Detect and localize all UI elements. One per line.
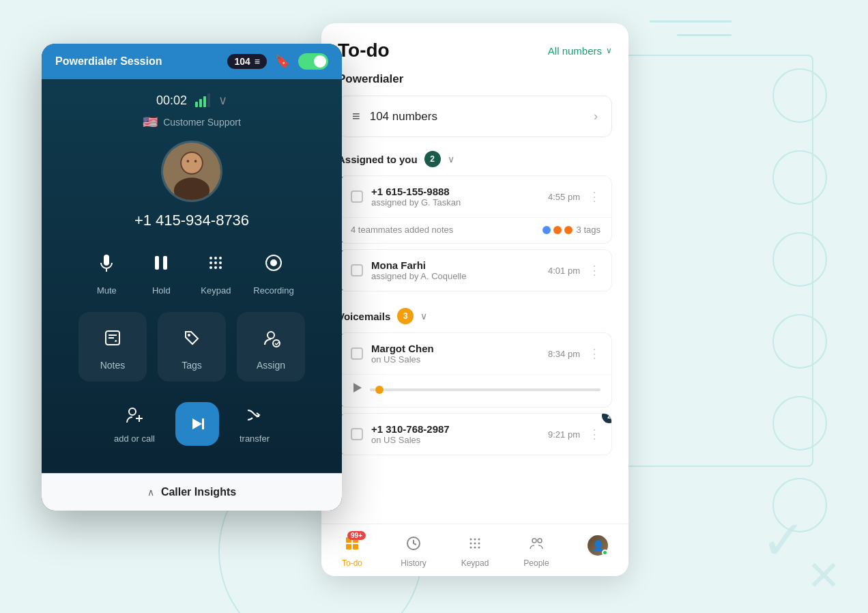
- contact-1-name: +1 615-155-9888: [371, 186, 540, 197]
- transfer-icon: [244, 405, 265, 429]
- svg-point-12: [219, 257, 222, 259]
- audio-progress-bar[interactable]: [370, 388, 601, 391]
- contact-2-assigned: assigned by A. Coquelle: [371, 271, 540, 281]
- timer-display: 00:02: [156, 94, 187, 108]
- pd-arrow-icon: ›: [594, 109, 598, 124]
- contact-1-tags-count: 3 tags: [577, 225, 601, 235]
- contact-1-time: 4:55 pm: [548, 192, 580, 202]
- svg-point-42: [470, 543, 472, 545]
- call-timer-row: 00:02 ∨: [55, 93, 328, 108]
- svg-rect-36: [346, 544, 351, 550]
- todo-nav-label: To-do: [342, 558, 362, 568]
- tags-button[interactable]: Tags: [158, 312, 226, 382]
- caller-insights-bar[interactable]: ∧ Caller Insights: [42, 473, 342, 511]
- svg-point-3: [182, 153, 202, 173]
- voicemails-chevron-icon[interactable]: ∨: [420, 311, 427, 322]
- assigned-section-header: Assigned to you 2 ∨: [338, 151, 612, 167]
- collapse-icon[interactable]: ∨: [218, 93, 227, 108]
- nav-history[interactable]: History: [383, 532, 444, 571]
- contact-2-main: Mona Farhi assigned by A. Coquelle 4:01 …: [340, 250, 611, 291]
- voicemail-1: Margot Chen on US Sales 8:34 pm ⋮: [338, 332, 612, 408]
- contact-2-checkbox[interactable]: [351, 264, 363, 276]
- caller-phone-number: +1 415-934-8736: [55, 212, 328, 229]
- voicemail-1-checkbox[interactable]: [351, 347, 363, 360]
- hold-label: Hold: [152, 285, 171, 296]
- all-numbers-chevron-icon: ∨: [606, 46, 612, 55]
- svg-point-43: [474, 543, 476, 545]
- nav-people[interactable]: People: [506, 532, 567, 571]
- hamburger-icon[interactable]: ≡: [255, 56, 260, 67]
- add-or-call-button[interactable]: add or call: [114, 405, 155, 444]
- transfer-button[interactable]: transfer: [240, 405, 270, 444]
- tag-dot-orange-1: [553, 226, 562, 234]
- bookmark-icon[interactable]: 🔖: [275, 54, 290, 69]
- svg-point-17: [214, 266, 217, 269]
- call-area: 00:02 ∨ 🇺🇸 Customer Support: [42, 79, 342, 473]
- svg-point-10: [209, 257, 212, 259]
- powerdialer-card[interactable]: ≡ 104 numbers ›: [338, 96, 612, 137]
- voicemail-2-info: +1 310-768-2987 on US Sales: [371, 423, 540, 445]
- mute-button[interactable]: Mute: [89, 246, 124, 296]
- svg-rect-8: [155, 256, 159, 270]
- bottom-controls-row: add or call t: [55, 395, 328, 459]
- svg-point-45: [470, 547, 472, 549]
- assigned-chevron-icon[interactable]: ∨: [448, 154, 454, 165]
- bottom-navigation: 99+ To-do History: [321, 524, 628, 576]
- session-toggle[interactable]: [298, 53, 328, 70]
- voicemail-2-menu-icon[interactable]: ⋮: [588, 427, 601, 442]
- nav-todo[interactable]: 99+ To-do: [321, 532, 383, 571]
- powerdialer-section-title: Powerdialer: [338, 72, 612, 86]
- voicemail-1-name: Margot Chen: [371, 343, 540, 354]
- people-nav-icon: [528, 535, 545, 556]
- signal-strength-icon: [195, 94, 210, 107]
- all-numbers-dropdown[interactable]: All numbers ∨: [548, 45, 612, 57]
- voicemail-1-menu-icon[interactable]: ⋮: [588, 346, 601, 361]
- svg-point-48: [532, 539, 536, 543]
- contact-1-notes-info: 4 teammates added notes: [351, 225, 453, 235]
- tags-icon: [177, 323, 207, 353]
- contact-1-checkbox[interactable]: [351, 190, 363, 203]
- assign-icon: [256, 323, 286, 353]
- svg-point-5: [194, 160, 197, 162]
- tag-dot-blue: [542, 226, 551, 234]
- svg-point-39: [470, 539, 472, 541]
- contact-1-main: +1 615-155-9888 assigned by G. Taskan 4:…: [340, 176, 611, 217]
- svg-point-49: [538, 539, 542, 543]
- svg-point-15: [219, 261, 222, 264]
- hold-button[interactable]: Hold: [144, 246, 178, 296]
- play-button[interactable]: [351, 382, 363, 397]
- contact-2-menu-icon[interactable]: ⋮: [588, 263, 601, 278]
- caller-label-row: 🇺🇸 Customer Support: [55, 115, 328, 130]
- svg-point-40: [474, 539, 476, 541]
- voicemails-section-header: Voicemails 3 ∨: [338, 308, 612, 324]
- notes-button[interactable]: Notes: [78, 312, 147, 382]
- voicemails-section: Voicemails 3 ∨ Margot Chen on US Sales 8…: [321, 308, 628, 524]
- contact-1-assigned: assigned by G. Taskan: [371, 197, 540, 208]
- history-nav-label: History: [401, 558, 426, 568]
- svg-rect-6: [104, 255, 109, 266]
- voicemail-2-checkbox[interactable]: [351, 428, 363, 440]
- voicemails-section-title: Voicemails: [338, 311, 390, 322]
- add-call-label: add or call: [114, 433, 155, 444]
- voicemail-1-main: Margot Chen on US Sales 8:34 pm ⋮: [340, 333, 611, 374]
- voicemail-2-time: 9:21 pm: [548, 429, 580, 440]
- caller-avatar: [161, 141, 222, 202]
- profile-avatar: 👤: [588, 535, 608, 556]
- caller-support-label: Customer Support: [163, 117, 241, 128]
- keypad-button[interactable]: Keypad: [199, 246, 233, 296]
- contact-1-tag-dots: [542, 226, 573, 234]
- call-controls: Mute Hold: [55, 246, 328, 296]
- recording-button[interactable]: Recording: [253, 246, 293, 296]
- voicemail-1-info: Margot Chen on US Sales: [371, 343, 540, 365]
- all-numbers-label: All numbers: [548, 45, 602, 57]
- nav-profile[interactable]: 👤: [567, 532, 628, 571]
- people-nav-label: People: [523, 558, 549, 568]
- phone-session-title: Powerdialer Session: [55, 55, 162, 68]
- assign-button[interactable]: Assign: [237, 312, 305, 382]
- next-call-button[interactable]: [175, 402, 219, 446]
- svg-point-26: [273, 340, 280, 347]
- caller-avatar-container: [55, 141, 328, 202]
- assigned-count-badge: 2: [424, 151, 441, 167]
- nav-keypad[interactable]: Keypad: [444, 532, 506, 571]
- contact-1-menu-icon[interactable]: ⋮: [588, 189, 601, 204]
